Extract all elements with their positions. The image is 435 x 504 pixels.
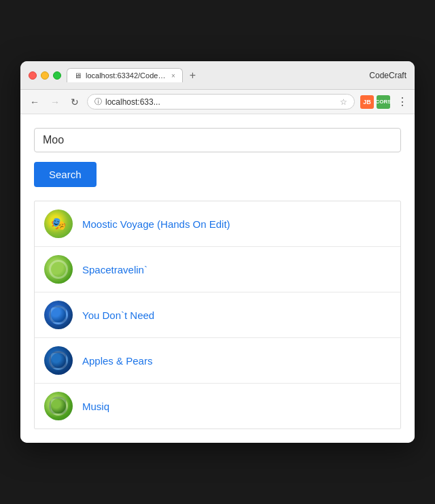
results-list: Moostic Voyage (Hands On Edit) Spacetrav… [34, 201, 401, 429]
list-item[interactable]: Musiq [35, 384, 400, 429]
tab-title: localhost:63342/Code/11.. [86, 71, 167, 80]
album-art-1 [44, 209, 73, 238]
search-button[interactable]: Search [34, 162, 97, 187]
title-bar: 🖥 localhost:63342/Code/11.. × + CodeCraf… [20, 61, 415, 90]
list-item[interactable]: You Don`t Need [35, 292, 400, 338]
page-content: Search Moostic Voyage (Hands On Edit) Sp… [20, 114, 415, 443]
search-input[interactable] [34, 128, 401, 152]
tab-icon: 🖥 [74, 71, 82, 80]
album-art-4 [44, 346, 73, 375]
traffic-lights [29, 71, 61, 80]
album-art-5 [44, 392, 73, 420]
more-options-button[interactable]: ⋮ [397, 95, 408, 108]
cors-extension[interactable]: CORS [377, 95, 390, 109]
codecraft-label: CodeCraft [369, 71, 406, 80]
address-bar[interactable]: ⓘ localhost:633... ☆ [87, 94, 355, 110]
maximize-button[interactable] [53, 71, 61, 80]
refresh-button[interactable]: ↻ [68, 95, 82, 109]
result-title: Apples & Pears [82, 355, 152, 367]
bookmark-icon[interactable]: ☆ [340, 97, 347, 107]
nav-bar: ← → ↻ ⓘ localhost:633... ☆ JB CORS ⋮ [20, 90, 415, 114]
search-input-wrapper [34, 128, 401, 152]
list-item[interactable]: Apples & Pears [35, 338, 400, 384]
tab-close-button[interactable]: × [171, 72, 175, 80]
forward-button[interactable]: → [48, 95, 63, 109]
result-title: Spacetravelin` [82, 264, 147, 275]
album-art-2 [44, 255, 73, 284]
close-button[interactable] [29, 71, 37, 80]
browser-window: 🖥 localhost:63342/Code/11.. × + CodeCraf… [20, 61, 415, 443]
minimize-button[interactable] [41, 71, 49, 80]
security-icon: ⓘ [94, 97, 102, 107]
extensions-area: JB CORS [360, 95, 390, 109]
result-title: Musiq [82, 401, 109, 412]
active-tab[interactable]: 🖥 localhost:63342/Code/11.. × [67, 68, 183, 82]
back-button[interactable]: ← [27, 95, 42, 109]
new-tab-button[interactable]: + [187, 69, 198, 82]
address-text: localhost:633... [105, 97, 336, 107]
tab-bar: 🖥 localhost:63342/Code/11.. × + [67, 68, 364, 82]
result-title: You Don`t Need [82, 309, 154, 321]
list-item[interactable]: Moostic Voyage (Hands On Edit) [35, 201, 400, 247]
album-art-3 [44, 301, 73, 329]
list-item[interactable]: Spacetravelin` [35, 247, 400, 292]
result-title: Moostic Voyage (Hands On Edit) [82, 218, 230, 230]
jetbrains-extension[interactable]: JB [360, 95, 374, 109]
